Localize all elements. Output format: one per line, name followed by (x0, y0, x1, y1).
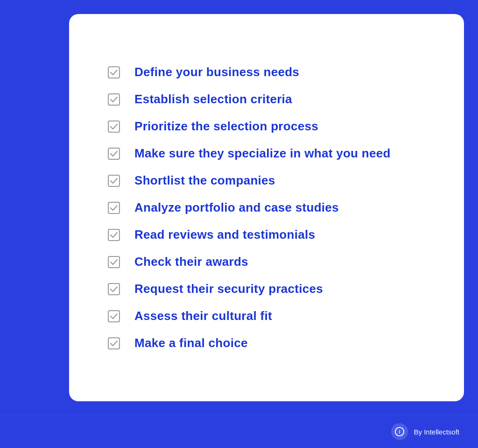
list-item-label: Assess their cultural fit (134, 309, 272, 323)
checkbox-icon (106, 200, 121, 215)
list-item-label: Make sure they specialize in what you ne… (134, 146, 391, 161)
list-item: Assess their cultural fit (106, 303, 436, 330)
checkbox-icon (106, 146, 121, 161)
checkbox-icon (106, 173, 121, 188)
checkbox-icon (106, 119, 121, 134)
list-item-label: Analyze portfolio and case studies (134, 200, 339, 215)
checkbox-svg (107, 120, 120, 133)
list-item: Make sure they specialize in what you ne… (106, 140, 436, 167)
svg-rect-0 (108, 67, 120, 78)
svg-rect-10 (108, 338, 120, 349)
checkbox-svg (107, 201, 120, 214)
checkbox-svg (107, 283, 120, 296)
list-item: Define your business needs (106, 59, 436, 86)
list-item-label: Request their security practices (134, 282, 323, 296)
brand-logo: i (391, 423, 408, 440)
brand-logo-icon: i (394, 427, 405, 437)
checkbox-svg (107, 174, 120, 187)
checkbox-icon (106, 228, 121, 242)
list-item-label: Define your business needs (134, 65, 299, 79)
checkbox-svg (107, 228, 120, 242)
svg-rect-7 (108, 256, 120, 268)
checkbox-icon (106, 309, 121, 324)
list-item: Shortlist the companies (106, 167, 436, 194)
svg-text:i: i (399, 429, 401, 434)
checkbox-svg (107, 147, 120, 160)
svg-rect-1 (108, 94, 120, 105)
checkbox-icon (106, 336, 121, 351)
list-item-label: Prioritize the selection process (134, 119, 318, 134)
svg-rect-8 (108, 284, 120, 295)
svg-rect-4 (108, 175, 120, 186)
list-item: Check their awards (106, 249, 436, 276)
checkbox-icon (106, 92, 121, 107)
list-item-label: Read reviews and testimonials (134, 228, 315, 242)
checkbox-icon (106, 282, 121, 297)
list-item: Request their security practices (106, 276, 436, 303)
svg-rect-5 (108, 202, 120, 213)
list-item-label: Make a final choice (134, 336, 248, 350)
list-item: Make a final choice (106, 330, 436, 357)
checkbox-svg (107, 93, 120, 106)
svg-rect-6 (108, 229, 120, 241)
svg-rect-9 (108, 311, 120, 322)
checkbox-svg (107, 256, 120, 269)
checkbox-icon (106, 255, 121, 270)
footer-bar: i By Intellectsoft (0, 415, 478, 448)
svg-rect-2 (108, 121, 120, 132)
list-item: Analyze portfolio and case studies (106, 194, 436, 221)
list-item: Establish selection criteria (106, 86, 436, 113)
svg-rect-3 (108, 148, 120, 159)
list-item: Read reviews and testimonials (106, 221, 436, 249)
checkbox-svg (107, 310, 120, 323)
checkbox-svg (107, 66, 120, 79)
main-card: Define your business needs Establish sel… (69, 14, 464, 401)
list-item-label: Shortlist the companies (134, 173, 275, 188)
footer-brand-text: By Intellectsoft (414, 428, 459, 436)
blue-sidebar (0, 0, 69, 401)
checkbox-svg (107, 337, 120, 350)
list-item: Prioritize the selection process (106, 113, 436, 140)
checkbox-icon (106, 65, 121, 80)
checklist: Define your business needs Establish sel… (106, 59, 436, 357)
list-item-label: Check their awards (134, 255, 248, 269)
list-item-label: Establish selection criteria (134, 92, 292, 107)
